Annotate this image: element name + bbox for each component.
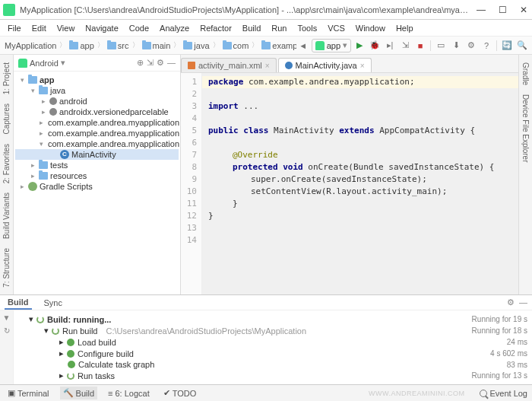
menu-navigate[interactable]: Navigate	[81, 22, 122, 34]
tab-todo[interactable]: ✔ TODO	[160, 387, 200, 399]
tree-main-activity[interactable]: CMainActivity	[15, 149, 179, 160]
sync-button[interactable]: 🔄	[500, 39, 514, 53]
minimize-button[interactable]: —	[476, 5, 486, 15]
maximize-button[interactable]: ☐	[497, 5, 508, 15]
menu-refactor[interactable]: Refactor	[195, 22, 236, 34]
project-tree[interactable]: ▾app ▾java ▸android ▸androidx.versionedp…	[14, 72, 180, 294]
menu-vcs[interactable]: VCS	[323, 22, 350, 34]
menu-file[interactable]: File	[3, 22, 26, 34]
hide-icon[interactable]: —	[167, 58, 176, 68]
attach-button[interactable]: ⇲	[398, 39, 412, 53]
filter-icon[interactable]: ▼	[3, 313, 11, 322]
side-project-tab[interactable]: 1: Project	[2, 58, 11, 99]
side-captures-tab[interactable]: Captures	[2, 99, 11, 139]
build-tree[interactable]: ▾Build: running...Running for 19 s ▾Run …	[14, 310, 532, 384]
tree-pkg-android[interactable]: ▸android	[15, 96, 179, 107]
close-icon[interactable]: ×	[360, 62, 365, 70]
running-icon	[52, 327, 59, 335]
tree-pkg-androidx[interactable]: ▸androidx.versionedparcelable	[15, 107, 179, 117]
crumb-java[interactable]: java	[182, 40, 211, 51]
android-icon	[18, 59, 27, 68]
tree-app[interactable]: ▾app	[15, 75, 179, 85]
crumb-app[interactable]: app	[68, 40, 95, 51]
close-icon[interactable]: ×	[265, 62, 270, 70]
tab-mainactivity-java[interactable]: MainActivity.java ×	[278, 58, 372, 72]
menu-analyze[interactable]: Analyze	[155, 22, 194, 34]
tab-event-log[interactable]: Event Log	[480, 389, 527, 398]
menu-run[interactable]: Run	[267, 22, 291, 34]
tree-pkg-app2[interactable]: ▸com.example.andrea.myapplication	[15, 128, 179, 138]
tab-activity-main-xml[interactable]: activity_main.xml ×	[181, 58, 277, 72]
menu-window[interactable]: Window	[351, 22, 390, 34]
crumb-main[interactable]: main	[141, 40, 173, 51]
build-settings-icon[interactable]: ⚙	[507, 298, 515, 307]
tab-terminal[interactable]: ▣ Terminal	[5, 387, 52, 399]
menu-view[interactable]: View	[52, 22, 80, 34]
titlebar: MyApplication [C:\Users\andrea\AndroidSt…	[0, 0, 532, 20]
ok-icon	[67, 350, 74, 358]
menu-build[interactable]: Build	[238, 22, 265, 34]
help-button[interactable]: ?	[480, 39, 493, 53]
run-config-select[interactable]: app ▾	[312, 39, 351, 53]
tab-logcat[interactable]: ≡ 6: Logcat	[105, 387, 153, 399]
tree-gradle[interactable]: ▸Gradle Scripts	[15, 181, 179, 192]
crumb-example[interactable]: example	[260, 40, 296, 51]
toolbar: MyApplication 〉 app 〉 src 〉 main 〉 java …	[0, 37, 532, 55]
build-calc[interactable]: Calculate task graph83 ms	[18, 359, 527, 370]
rerun-icon[interactable]: ↻	[4, 326, 10, 335]
crumb-com[interactable]: com	[221, 40, 251, 51]
search-button[interactable]: 🔍	[515, 39, 529, 53]
build-panel: Build Sync ⚙ — ▼ ↻ ▾Build: running...Run…	[0, 294, 532, 384]
crumb-src[interactable]: src	[106, 40, 131, 51]
menubar: File Edit View Navigate Code Analyze Ref…	[0, 20, 532, 37]
folder-icon	[107, 42, 116, 49]
build-hide-icon[interactable]: —	[519, 298, 527, 307]
code-pane[interactable]: package com.example.andrea.myapplication…	[202, 73, 518, 294]
running-icon	[36, 316, 44, 323]
folder-icon	[223, 42, 232, 49]
build-root[interactable]: ▾Build: running...Running for 19 s	[18, 313, 527, 325]
right-sidebar: Gradle Device File Explorer	[518, 55, 532, 294]
profile-button[interactable]: ▸|	[383, 39, 397, 53]
tree-tests[interactable]: ▸tests	[15, 160, 179, 170]
tree-java[interactable]: ▾java	[15, 85, 179, 96]
collapse-all-icon[interactable]: ⇲	[147, 58, 154, 68]
build-runtasks[interactable]: ▸Run tasksRunning for 13 s	[18, 370, 527, 381]
project-panel: Android ▾ ⊕ ⇲ ⚙ — ▾app ▾java ▸android ▸a…	[14, 55, 181, 294]
build-loadbuild[interactable]: ▸Load build24 ms	[18, 336, 527, 348]
menu-help[interactable]: Help	[391, 22, 418, 34]
crumb-project[interactable]: MyApplication	[3, 40, 58, 51]
build-configure[interactable]: ▸Configure build4 s 602 ms	[18, 348, 527, 359]
scroll-from-source-icon[interactable]: ⊕	[137, 58, 144, 68]
side-buildvariants-tab[interactable]: Build Variants	[2, 188, 11, 243]
watermark: WWW.ANDREAMININI.COM	[369, 390, 465, 397]
side-gradle-tab[interactable]: Gradle	[521, 58, 530, 90]
build-tab-build[interactable]: Build	[5, 296, 32, 310]
side-device-tab[interactable]: Device File Explorer	[521, 90, 530, 167]
project-view-label[interactable]: Android	[30, 59, 59, 68]
side-favorites-tab[interactable]: 2: Favorites	[2, 139, 11, 188]
build-runbuild[interactable]: ▾Run build C:\Users\andrea\AndroidStudio…	[18, 325, 527, 336]
stop-button[interactable]: ■	[413, 39, 427, 53]
tree-pkg-app1[interactable]: ▸com.example.andrea.myapplication	[15, 117, 179, 128]
class-icon: C	[60, 150, 69, 159]
run-button[interactable]: ▶	[353, 39, 366, 53]
avd-button[interactable]: ▭	[434, 39, 448, 53]
code-editor[interactable]: 1234567891011121314 package com.example.…	[181, 73, 518, 294]
settings-button[interactable]: ⚙	[464, 39, 478, 53]
menu-edit[interactable]: Edit	[27, 22, 51, 34]
bottom-tabs: ▣ Terminal 🔨 Build ≡ 6: Logcat ✔ TODO WW…	[0, 384, 532, 401]
settings-icon[interactable]: ⚙	[157, 58, 164, 68]
tab-build[interactable]: 🔨 Build	[60, 387, 97, 399]
sdk-button[interactable]: ⬇	[449, 39, 463, 53]
debug-button[interactable]: 🐞	[368, 39, 382, 53]
tree-resources[interactable]: ▸resources	[15, 170, 179, 181]
side-structure-tab[interactable]: 7: Structure	[2, 243, 11, 292]
menu-tools[interactable]: Tools	[293, 22, 321, 34]
close-button[interactable]: ✕	[518, 5, 529, 15]
menu-code[interactable]: Code	[125, 22, 154, 34]
back-button[interactable]: ◄	[296, 39, 310, 53]
build-tab-sync[interactable]: Sync	[41, 297, 65, 309]
running-icon	[67, 372, 74, 380]
tree-pkg-app3[interactable]: ▾com.example.andrea.myapplication	[15, 138, 179, 149]
